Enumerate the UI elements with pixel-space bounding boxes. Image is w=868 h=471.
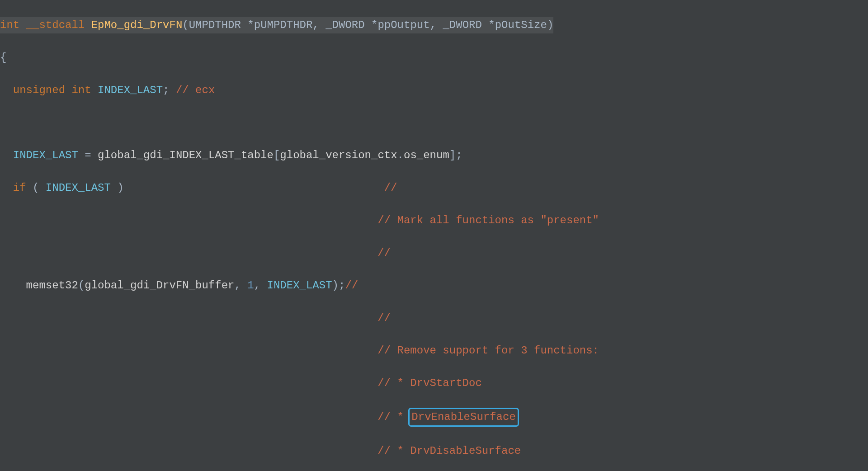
if-stmt[interactable]: if ( INDEX_LAST ) // xyxy=(0,180,868,196)
assignment-1[interactable]: INDEX_LAST = global_gdi_INDEX_LAST_table… xyxy=(0,147,868,164)
memset-arg3[interactable]: INDEX_LAST xyxy=(267,279,332,292)
param1-name[interactable]: pUMPDTHDR xyxy=(254,19,313,31)
comment-slash: // xyxy=(377,312,391,324)
memset-fn[interactable]: memset32 xyxy=(26,279,78,292)
comment-slash: // xyxy=(345,279,358,292)
dot-op: . xyxy=(397,149,404,161)
local-decl[interactable]: unsigned int INDEX_LAST; // ecx xyxy=(0,82,868,99)
local-var[interactable]: INDEX_LAST xyxy=(98,84,163,96)
comment-fn3: // * DrvDisableSurface xyxy=(377,445,521,457)
member-os-enum[interactable]: os_enum xyxy=(404,149,449,161)
comment-mark-present: // Mark all functions as "present" xyxy=(377,214,599,226)
return-type: int xyxy=(0,19,19,31)
if-keyword: if xyxy=(13,182,26,194)
comment-fn1: // * DrvStartDoc xyxy=(377,377,481,389)
param2-type: _DWORD xyxy=(326,19,364,31)
highlighted-fn[interactable]: DrvEnableSurface xyxy=(408,408,519,427)
comment-line: // * DrvDisableSurface xyxy=(0,443,868,459)
param3-type: _DWORD xyxy=(443,19,481,31)
comment-line: // xyxy=(0,245,868,261)
fn-signature[interactable]: int __stdcall EpMo_gdi_DrvFN(UMPDTHDR *p… xyxy=(0,17,868,33)
memset-call[interactable]: memset32(global_gdi_DrvFN_buffer, 1, IND… xyxy=(0,278,868,294)
ptr-star: * xyxy=(371,19,377,31)
comment-fn2-prefix: // * xyxy=(377,411,410,423)
blank-line xyxy=(0,115,868,131)
memset-arg2: 1 xyxy=(247,279,254,292)
global-ctx[interactable]: global_version_ctx xyxy=(280,149,397,161)
comment-line: // * DrvEnableSurface xyxy=(0,408,868,427)
global-table[interactable]: global_gdi_INDEX_LAST_table xyxy=(98,149,274,161)
param3-name[interactable]: pOutSize xyxy=(495,19,547,31)
comment-slash: // xyxy=(384,182,397,194)
ptr-star: * xyxy=(488,19,495,31)
if-cond-var[interactable]: INDEX_LAST xyxy=(46,182,111,194)
comment-line: // * DrvStartDoc xyxy=(0,375,868,391)
comment-line: // Remove support for 3 functions: xyxy=(0,343,868,359)
comment-line: // xyxy=(0,310,868,326)
param1-type: UMPDTHDR xyxy=(189,19,241,31)
open-brace: { xyxy=(0,50,868,66)
decl-type: unsigned int xyxy=(13,84,91,96)
comment-slash: // xyxy=(377,247,391,259)
memset-arg1[interactable]: global_gdi_DrvFN_buffer xyxy=(85,279,234,292)
decompiled-code-view: int __stdcall EpMo_gdi_DrvFN(UMPDTHDR *p… xyxy=(0,0,868,471)
highlighted-fn-text: DrvEnableSurface xyxy=(411,411,515,423)
function-name[interactable]: EpMo_gdi_DrvFN xyxy=(91,19,183,31)
comment-line: // Mark all functions as "present" xyxy=(0,212,868,229)
ptr-star: * xyxy=(247,19,254,31)
semicolon: ; xyxy=(163,84,169,96)
comment-remove: // Remove support for 3 functions: xyxy=(377,344,599,357)
register-comment: // ecx xyxy=(176,84,215,96)
calling-convention: __stdcall xyxy=(26,19,85,31)
equals-op: = xyxy=(78,149,98,161)
close-bracket-semi: ]; xyxy=(449,149,462,161)
param2-name[interactable]: ppOutput xyxy=(377,19,429,31)
lhs-var[interactable]: INDEX_LAST xyxy=(13,149,78,161)
